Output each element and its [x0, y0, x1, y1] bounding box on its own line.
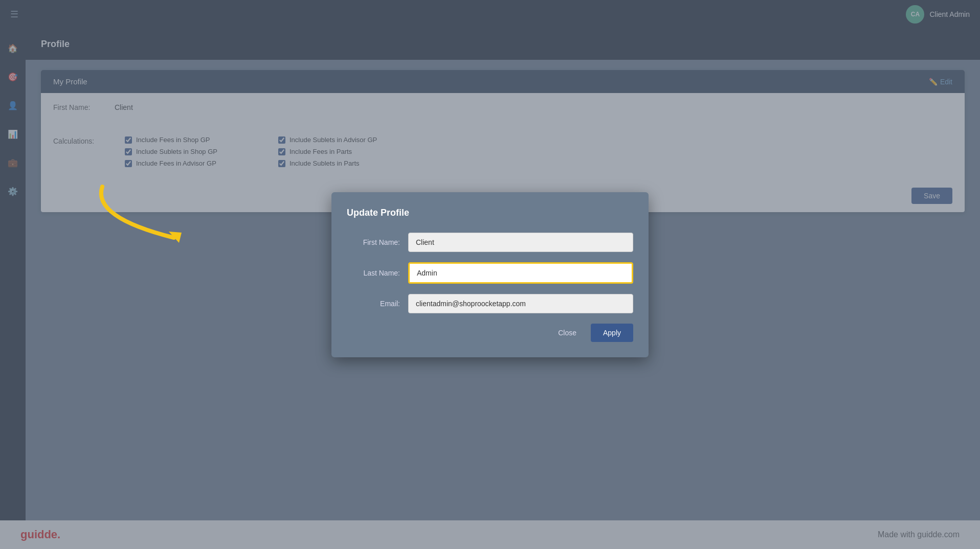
firstname-input[interactable]	[408, 233, 633, 252]
email-field-row: Email:	[347, 294, 633, 313]
firstname-field-row: First Name:	[347, 233, 633, 252]
lastname-field-row: Last Name:	[347, 262, 633, 284]
modal-title: Update Profile	[347, 208, 633, 218]
modal-actions: Close Apply	[347, 324, 633, 342]
update-profile-modal: Update Profile First Name: Last Name: Em…	[331, 192, 649, 357]
email-input[interactable]	[408, 294, 633, 313]
email-field-label: Email:	[347, 300, 408, 308]
lastname-input[interactable]	[408, 262, 633, 284]
apply-button[interactable]: Apply	[591, 324, 633, 342]
close-button[interactable]: Close	[550, 324, 585, 342]
modal-overlay: Update Profile First Name: Last Name: Em…	[0, 0, 980, 549]
lastname-field-label: Last Name:	[347, 269, 408, 277]
firstname-field-label: First Name:	[347, 238, 408, 246]
